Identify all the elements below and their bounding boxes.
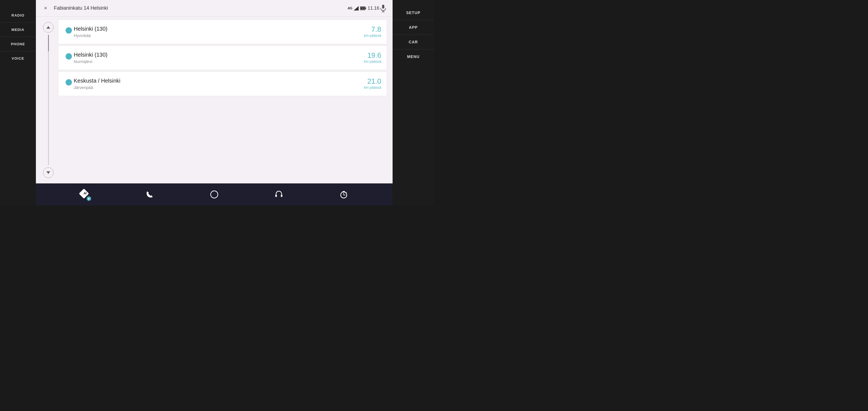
headphones-icon: [274, 190, 283, 199]
battery-icon: [360, 6, 366, 10]
android-screen: × Fabianinkatu 14 Helsinki 4G 11.16: [36, 0, 393, 206]
scroll-controls: [41, 19, 55, 181]
location-pin-icon-0: [64, 27, 74, 37]
top-bar: × Fabianinkatu 14 Helsinki 4G 11.16: [36, 0, 393, 17]
result-item-2[interactable]: Keskusta / Helsinki Järvenpää 21.0 km pä…: [58, 71, 387, 96]
result-subtitle-0: Hyvinkää: [74, 33, 364, 38]
nav-music-button[interactable]: [272, 187, 286, 201]
result-info-1: Helsinki (130) Nurmijärvi: [74, 52, 364, 64]
right-panel: SETUPAPPCARMENU: [393, 0, 434, 206]
mic-button[interactable]: [379, 4, 387, 12]
right-panel-item-menu[interactable]: MENU: [393, 50, 434, 64]
mic-icon: [380, 4, 386, 12]
results-area: Helsinki (130) Hyvinkää 7.8 km päässä: [36, 17, 393, 183]
result-item-0[interactable]: Helsinki (130) Hyvinkää 7.8 km päässä: [58, 19, 387, 44]
scroll-track: [48, 35, 49, 165]
svg-marker-8: [46, 26, 50, 29]
results-list: Helsinki (130) Hyvinkää 7.8 km päässä: [58, 19, 387, 181]
result-distance-1: 19.6 km päässä: [364, 52, 381, 64]
result-item-1[interactable]: Helsinki (130) Nurmijärvi 19.6 km päässä: [58, 45, 387, 70]
location-pin-icon-2: [64, 79, 74, 89]
svg-line-26: [346, 192, 346, 193]
left-panel-item-phone[interactable]: PHONE: [0, 37, 36, 51]
svg-marker-0: [354, 6, 359, 10]
close-button[interactable]: ×: [41, 4, 50, 12]
scroll-down-button[interactable]: [43, 167, 54, 178]
result-info-2: Keskusta / Helsinki Järvenpää: [74, 78, 364, 90]
nav-phone-button[interactable]: [143, 187, 157, 201]
svg-point-18: [211, 191, 218, 198]
right-panel-item-app[interactable]: APP: [393, 20, 434, 35]
signal-4g-label: 4G: [348, 6, 352, 10]
result-title-0: Helsinki (130): [74, 26, 364, 32]
svg-marker-9: [46, 171, 50, 174]
distance-number-0: 7.8: [364, 26, 381, 33]
right-panel-item-car[interactable]: CAR: [393, 35, 434, 50]
time-display: 11.16: [368, 5, 379, 11]
home-circle-icon: [210, 190, 219, 199]
nav-navigation-button[interactable]: ▶: [78, 187, 92, 201]
svg-rect-20: [281, 195, 282, 197]
result-subtitle-1: Nurmijärvi: [74, 59, 364, 64]
result-subtitle-2: Järvenpää: [74, 85, 364, 90]
signal-icon: [354, 6, 359, 10]
bottom-nav: ▶: [36, 183, 393, 206]
distance-unit-0: km päässä: [364, 33, 381, 37]
status-bar: 4G 11.16: [348, 5, 379, 11]
svg-rect-2: [365, 7, 366, 9]
left-panel-item-voice[interactable]: VOICE: [0, 51, 36, 65]
main-screen: × Fabianinkatu 14 Helsinki 4G 11.16: [36, 0, 393, 206]
timer-icon: [339, 190, 348, 199]
distance-number-1: 19.6: [364, 52, 381, 59]
result-distance-2: 21.0 km päässä: [364, 78, 381, 90]
left-panel-item-media[interactable]: MEDIA: [0, 23, 36, 37]
nav-timer-button[interactable]: [337, 187, 351, 201]
svg-rect-5: [382, 5, 384, 8]
result-distance-0: 7.8 km päässä: [364, 26, 381, 38]
result-info-0: Helsinki (130) Hyvinkää: [74, 26, 364, 38]
svg-rect-19: [275, 195, 277, 197]
distance-unit-1: km päässä: [364, 59, 381, 63]
scroll-thumb: [48, 35, 49, 51]
right-panel-item-setup[interactable]: SETUP: [393, 5, 434, 20]
left-panel-item-radio[interactable]: RADIO: [0, 8, 36, 23]
result-title-1: Helsinki (130): [74, 52, 364, 58]
search-text: Fabianinkatu 14 Helsinki: [54, 5, 348, 11]
location-pin-icon-1: [64, 53, 74, 63]
distance-unit-2: km päässä: [364, 85, 381, 89]
distance-number-2: 21.0: [364, 78, 381, 85]
scroll-up-button[interactable]: [43, 22, 54, 33]
left-panel: RADIOMEDIAPHONEVOICE: [0, 0, 36, 206]
phone-icon: [146, 190, 154, 199]
nav-home-button[interactable]: [207, 187, 221, 201]
result-title-2: Keskusta / Helsinki: [74, 78, 364, 84]
